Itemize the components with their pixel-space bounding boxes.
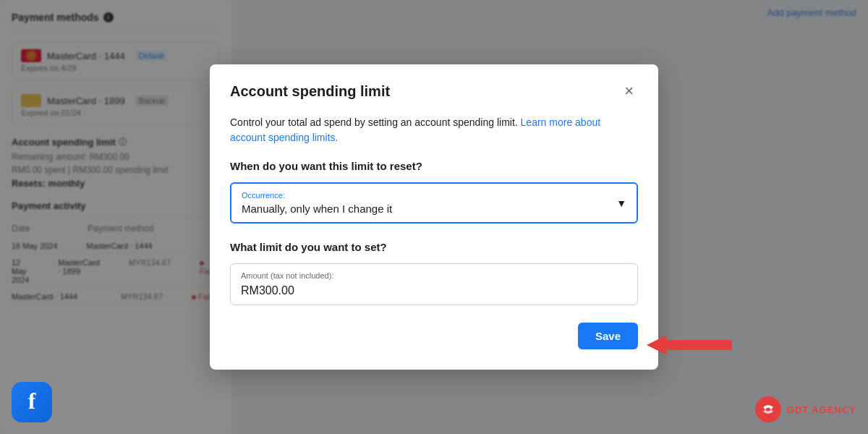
arrow-annotation [647,335,732,355]
dropdown-value: Manually, only when I change it [242,203,626,215]
save-button[interactable]: Save [578,323,638,349]
occurrence-dropdown[interactable]: Occurrence: Manually, only when I change… [230,182,638,224]
gdt-symbol-icon [760,401,776,417]
arrow-head-icon [647,335,667,355]
modal-description: Control your total ad spend by setting a… [230,115,638,145]
gdt-agency-text: GDT AGENCY [787,404,856,415]
modal-overlay: Account spending limit × Control your to… [0,0,868,434]
amount-field[interactable]: Amount (tax not included): RM300.00 [230,263,638,305]
account-spending-limit-modal: Account spending limit × Control your to… [210,64,658,370]
amount-value: RM300.00 [241,284,627,297]
gdt-icon [755,396,781,422]
close-button[interactable]: × [620,82,638,101]
description-text: Control your total ad spend by setting a… [230,116,518,128]
dropdown-label: Occurrence: [242,191,626,200]
modal-title: Account spending limit [230,83,390,100]
gdt-agency-logo: GDT AGENCY [755,396,856,422]
chevron-down-icon: ▼ [616,197,626,209]
arrow-body [667,340,732,350]
facebook-logo: f [12,382,52,422]
reset-section-title: When do you want this limit to reset? [230,160,638,172]
amount-label: Amount (tax not included): [241,271,627,280]
facebook-letter: f [28,389,36,412]
modal-footer: Save [230,323,638,349]
limit-section-title: What limit do you want to set? [230,241,638,253]
modal-header: Account spending limit × [230,82,638,101]
